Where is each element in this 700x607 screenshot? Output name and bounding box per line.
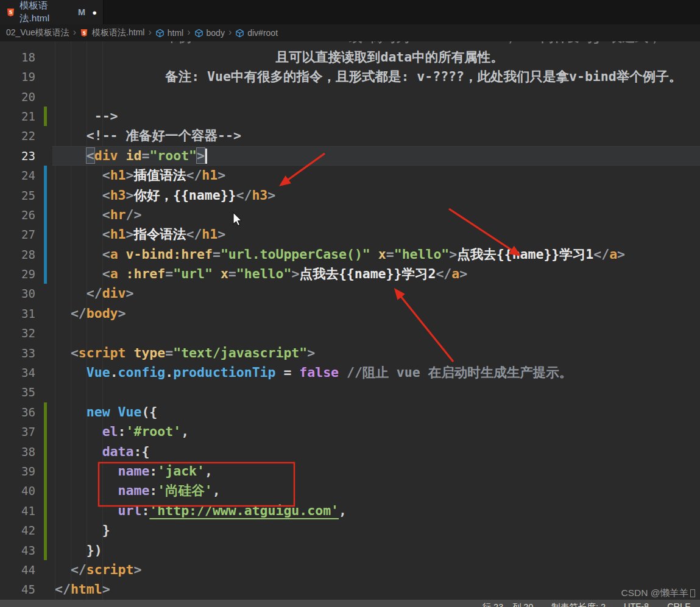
git-gutter-indicator[interactable] bbox=[44, 205, 47, 225]
code-line[interactable]: 29 <a :href="url" x="hello">点我去{{name}}学… bbox=[0, 264, 700, 284]
status-cursor-position[interactable]: 行 23，列 20 bbox=[483, 602, 534, 607]
code-line[interactable]: 35 bbox=[0, 382, 700, 402]
code-text: }) bbox=[55, 541, 102, 560]
code-text: new Vue({ bbox=[55, 402, 157, 422]
line-number[interactable]: 38 bbox=[0, 442, 35, 461]
line-number[interactable]: 27 bbox=[0, 225, 35, 244]
git-gutter-indicator[interactable] bbox=[44, 541, 47, 560]
git-gutter-indicator[interactable] bbox=[44, 481, 47, 500]
breadcrumb-file[interactable]: 5 模板语法.html bbox=[80, 27, 144, 38]
line-number[interactable]: 32 bbox=[0, 323, 35, 343]
line-number[interactable]: 43 bbox=[0, 541, 35, 560]
code-line[interactable]: 33 <script type="text/javascript"> bbox=[0, 343, 700, 363]
line-number[interactable]: 44 bbox=[0, 560, 35, 580]
git-gutter-indicator[interactable] bbox=[44, 461, 47, 481]
line-number[interactable]: 28 bbox=[0, 245, 35, 264]
code-line[interactable]: 38 data:{ bbox=[0, 442, 700, 461]
line-number[interactable]: 34 bbox=[0, 363, 35, 382]
code-text: </html> bbox=[55, 580, 110, 599]
code-text: name:'尚硅谷', bbox=[55, 481, 221, 500]
code-line[interactable]: 22 <!-- 准备好一个容器--> bbox=[0, 126, 700, 146]
code-line[interactable]: 26 <hr/> bbox=[0, 205, 700, 225]
code-text: <!-- 准备好一个容器--> bbox=[55, 126, 241, 146]
code-text: data:{ bbox=[55, 442, 149, 461]
missing-glyph-box bbox=[690, 589, 695, 597]
code-line[interactable]: 40 name:'尚硅谷', bbox=[0, 481, 700, 500]
line-number[interactable]: 41 bbox=[0, 501, 35, 521]
git-gutter-indicator[interactable] bbox=[44, 521, 47, 540]
line-number[interactable]: 22 bbox=[0, 126, 35, 146]
git-gutter-indicator[interactable] bbox=[44, 501, 47, 521]
line-number[interactable]: 23 bbox=[0, 146, 35, 166]
code-line[interactable]: 19 备注: Vue中有很多的指令，且形式都是: v-????，此处我们只是拿v… bbox=[0, 67, 700, 86]
status-eol[interactable]: CRLF bbox=[667, 602, 690, 607]
chevron-right-icon: › bbox=[228, 27, 232, 37]
code-editor[interactable]: 17 举例: v-bind:href="xxx" 或 简写为 :href="xx… bbox=[0, 24, 700, 600]
breadcrumb-node-div-root[interactable]: div#root bbox=[235, 28, 278, 38]
tab-template-syntax[interactable]: 5 模板语法.html M ● bbox=[0, 0, 104, 24]
code-line[interactable]: 41 url:'http://www.atguigu.com', bbox=[0, 501, 700, 521]
html5-icon: 5 bbox=[6, 8, 15, 17]
code-line[interactable]: 42 } bbox=[0, 521, 700, 540]
vscode-window: 5 模板语法.html M ● 02_Vue模板语法 › 5 模板语法.html… bbox=[0, 0, 700, 607]
git-gutter-indicator[interactable] bbox=[44, 442, 47, 461]
line-number[interactable]: 35 bbox=[0, 382, 35, 402]
line-number[interactable]: 24 bbox=[0, 166, 35, 185]
status-encoding[interactable]: UTF-8 bbox=[624, 602, 649, 607]
code-line[interactable]: 43 }) bbox=[0, 541, 700, 560]
breadcrumb-folder[interactable]: 02_Vue模板语法 bbox=[6, 27, 69, 38]
code-line[interactable]: 24 <h1>插值语法</h1> bbox=[0, 166, 700, 185]
code-text: <h1>指令语法</h1> bbox=[55, 225, 225, 244]
git-gutter-indicator[interactable] bbox=[44, 225, 47, 244]
git-gutter-indicator[interactable] bbox=[44, 107, 47, 126]
code-text: url:'http://www.atguigu.com', bbox=[55, 501, 347, 521]
breadcrumb-node-html[interactable]: html bbox=[155, 28, 183, 38]
line-number[interactable]: 36 bbox=[0, 402, 35, 422]
code-line[interactable]: 21 --> bbox=[0, 107, 700, 126]
line-number[interactable]: 40 bbox=[0, 481, 35, 500]
line-number[interactable]: 33 bbox=[0, 343, 35, 363]
git-gutter-indicator[interactable] bbox=[44, 186, 47, 205]
line-number[interactable]: 45 bbox=[0, 580, 35, 599]
code-line[interactable]: 25 <h3>你好，{{name}}</h3> bbox=[0, 186, 700, 205]
line-number[interactable]: 42 bbox=[0, 521, 35, 540]
code-line[interactable]: 34 Vue.config.productionTip = false //阻止… bbox=[0, 363, 700, 382]
git-gutter-indicator[interactable] bbox=[44, 422, 47, 441]
git-gutter-indicator[interactable] bbox=[44, 245, 47, 264]
line-number[interactable]: 19 bbox=[0, 67, 35, 86]
git-gutter-indicator[interactable] bbox=[44, 264, 47, 284]
git-gutter-indicator[interactable] bbox=[44, 166, 47, 185]
code-line[interactable]: 20 bbox=[0, 87, 700, 107]
code-line[interactable]: 39 name:'jack', bbox=[0, 461, 700, 481]
code-line[interactable]: 27 <h1>指令语法</h1> bbox=[0, 225, 700, 244]
line-number[interactable]: 39 bbox=[0, 461, 35, 481]
code-line[interactable]: 23 <div id="root"> bbox=[0, 146, 700, 166]
tab-git-modified-badge: M bbox=[78, 7, 85, 17]
line-number[interactable]: 25 bbox=[0, 186, 35, 205]
line-number[interactable]: 37 bbox=[0, 422, 35, 441]
code-line[interactable]: 44 </script> bbox=[0, 560, 700, 580]
line-number[interactable]: 29 bbox=[0, 264, 35, 284]
code-line[interactable]: 18 且可以直接读取到data中的所有属性。 bbox=[0, 47, 700, 67]
git-gutter-indicator[interactable] bbox=[44, 402, 47, 422]
code-line[interactable]: 28 <a v-bind:href="url.toUpperCase()" x=… bbox=[0, 245, 700, 264]
tab-dirty-dot-icon[interactable]: ● bbox=[92, 8, 97, 17]
line-number[interactable]: 30 bbox=[0, 284, 35, 303]
status-bar: 行 23，列 20 制表符长度: 2 UTF-8 CRLF bbox=[0, 600, 700, 607]
code-line[interactable]: 37 el:'#root', bbox=[0, 422, 700, 441]
breadcrumb-node-body[interactable]: body bbox=[194, 28, 225, 38]
status-tab-size[interactable]: 制表符长度: 2 bbox=[551, 602, 606, 607]
line-number[interactable]: 21 bbox=[0, 107, 35, 126]
line-number[interactable]: 18 bbox=[0, 47, 35, 67]
line-number[interactable]: 31 bbox=[0, 304, 35, 323]
html5-icon: 5 bbox=[80, 29, 89, 38]
code-line[interactable]: 36 new Vue({ bbox=[0, 402, 700, 422]
code-text: 且可以直接读取到data中的所有属性。 bbox=[55, 47, 504, 67]
symbol-cube-icon bbox=[235, 29, 244, 38]
code-line[interactable]: 31 </body> bbox=[0, 304, 700, 323]
line-number[interactable]: 26 bbox=[0, 205, 35, 225]
code-line[interactable]: 30 </div> bbox=[0, 284, 700, 303]
line-number[interactable]: 20 bbox=[0, 87, 35, 107]
code-line[interactable]: 45</html> bbox=[0, 580, 700, 599]
code-line[interactable]: 32 bbox=[0, 323, 700, 343]
